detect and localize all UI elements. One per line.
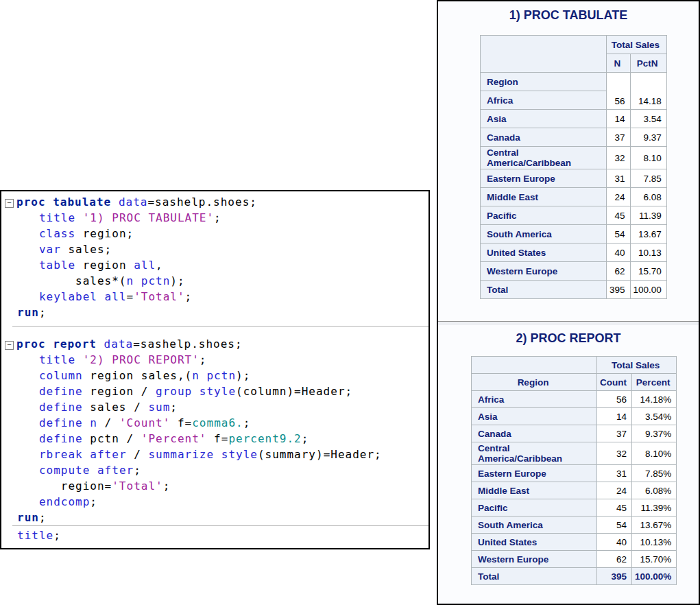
code-token: run xyxy=(17,511,39,524)
percent-value-cell: 8.10% xyxy=(631,442,676,465)
code-token: summarize xyxy=(148,448,214,461)
region-label-cell: Africa xyxy=(472,391,597,408)
code-line[interactable]: class region; xyxy=(1,226,429,241)
pctn-value-cell: 100.00 xyxy=(630,281,666,299)
code-token: (column)=Header; xyxy=(236,385,352,398)
count-value-cell: 45 xyxy=(597,499,632,517)
pctn-value-cell: 3.54 xyxy=(630,110,666,128)
n-value-cell: 40 xyxy=(607,244,631,262)
code-line[interactable]: column region sales,(n pctn); xyxy=(1,368,429,383)
code-line[interactable]: define sales / sum; xyxy=(1,399,429,415)
code-token: ; xyxy=(134,464,141,477)
code-token xyxy=(75,211,83,224)
table-row: Africa5614.18 xyxy=(481,91,667,110)
table-header-row: Total Sales xyxy=(472,357,677,374)
table-row: South America5413.67 xyxy=(481,225,667,244)
code-section-divider xyxy=(12,326,429,327)
results-viewer: 1) PROC TABULATE Total SalesNPctNRegionA… xyxy=(437,0,700,605)
collapse-toggle-icon[interactable]: − xyxy=(5,199,14,208)
code-line[interactable]: endcomp; xyxy=(1,494,429,510)
code-token xyxy=(111,195,119,209)
n-value-cell: 62 xyxy=(607,262,631,281)
table-row: Pacific4511.39 xyxy=(481,206,667,225)
code-token xyxy=(200,369,207,382)
total-sales-header: Total Sales xyxy=(597,357,677,374)
region-label-cell: Canada xyxy=(472,425,597,442)
code-line[interactable]: region='Total'; xyxy=(1,478,429,494)
n-value-cell: 31 xyxy=(607,169,631,188)
region-label-cell: Region xyxy=(481,73,607,91)
code-token: column xyxy=(39,369,83,382)
report-table-body: Total SalesRegionCountPercentAfrica5614.… xyxy=(472,357,677,585)
pctn-column-header: PctN xyxy=(630,54,666,73)
code-token: pctn xyxy=(141,274,171,287)
code-token xyxy=(17,448,39,461)
code-token: ; xyxy=(243,416,251,429)
code-token: style xyxy=(221,448,258,461)
code-token xyxy=(83,416,90,429)
percent-value-cell: 3.54% xyxy=(631,408,676,425)
n-value-cell xyxy=(607,73,631,91)
code-token: group xyxy=(156,385,192,398)
code-line[interactable]: title '2) PROC REPORT'; xyxy=(1,352,429,368)
code-token xyxy=(75,353,83,366)
code-line[interactable]: −proc tabulate data=sashelp.shoes; xyxy=(1,194,429,210)
pctn-value-cell: 9.37 xyxy=(630,128,666,147)
code-line[interactable]: title; xyxy=(1,527,429,543)
pctn-value-cell: 6.08 xyxy=(630,188,666,206)
pctn-value-cell: 15.70 xyxy=(630,262,666,281)
code-token: '1) PROC TABULATE' xyxy=(83,211,214,224)
percent-value-cell: 11.39% xyxy=(631,499,676,517)
code-editor[interactable]: −proc tabulate data=sashelp.shoes; title… xyxy=(0,190,430,549)
code-token: run xyxy=(17,306,39,319)
code-token xyxy=(90,464,97,477)
code-lines[interactable]: −proc tabulate data=sashelp.shoes; title… xyxy=(1,191,429,543)
code-line[interactable]: define region / group style(column)=Head… xyxy=(1,383,429,399)
code-token xyxy=(17,385,39,398)
region-label-cell: United States xyxy=(472,534,597,551)
code-token: define xyxy=(39,385,83,398)
code-line[interactable]: keylabel all='Total'; xyxy=(1,289,429,305)
code-line[interactable]: define pctn / 'Percent' f=percent9.2; xyxy=(1,431,429,447)
code-token: region; xyxy=(75,227,134,240)
code-token: style xyxy=(200,385,236,398)
code-line[interactable]: compute after; xyxy=(1,462,429,478)
code-token xyxy=(17,401,39,414)
code-token: pctn xyxy=(206,369,236,382)
code-token: sales; xyxy=(61,243,112,256)
code-token: proc report xyxy=(16,337,97,351)
table-row: Central America/Caribbean328.10% xyxy=(472,442,677,465)
code-token: sales*( xyxy=(17,274,127,287)
code-line[interactable]: define n / 'Count' f=comma6.; xyxy=(1,415,429,431)
code-token: region sales,( xyxy=(83,369,193,382)
code-token: ; xyxy=(39,306,47,319)
code-token: 'Count' xyxy=(119,416,170,429)
code-token: f= xyxy=(170,416,192,429)
code-line[interactable]: run; xyxy=(1,510,429,525)
code-line[interactable]: title '1) PROC TABULATE'; xyxy=(1,210,429,226)
code-line[interactable]: table region all, xyxy=(1,257,429,273)
count-value-cell: 31 xyxy=(597,465,632,482)
code-line[interactable]: run; xyxy=(1,305,429,320)
collapse-toggle-icon[interactable]: − xyxy=(5,341,14,350)
percent-column-header: Percent xyxy=(631,374,676,391)
code-token xyxy=(17,227,39,240)
code-token xyxy=(17,211,39,224)
code-line[interactable]: rbreak after / summarize style(summary)=… xyxy=(1,447,429,462)
code-token: =sashelp.shoes; xyxy=(147,195,257,209)
code-line[interactable]: sales*(n pctn); xyxy=(1,273,429,289)
code-line[interactable]: var sales; xyxy=(1,241,429,257)
code-line[interactable]: −proc report data=sashelp.shoes; xyxy=(1,336,429,352)
n-value-cell: 14 xyxy=(607,110,631,128)
table-row: Africa5614.18% xyxy=(472,391,677,408)
table-subheader-row: RegionCountPercent xyxy=(472,374,677,391)
n-value-cell: 56 xyxy=(607,91,631,110)
region-label-cell: Western Europe xyxy=(472,551,597,568)
code-token: ); xyxy=(236,369,250,382)
code-token: comma6. xyxy=(192,416,243,429)
table-row: Asia143.54 xyxy=(481,110,667,128)
percent-value-cell: 10.13% xyxy=(631,534,676,551)
code-token: region xyxy=(75,259,134,272)
count-value-cell: 14 xyxy=(597,408,632,425)
region-label-cell: Asia xyxy=(481,110,607,128)
